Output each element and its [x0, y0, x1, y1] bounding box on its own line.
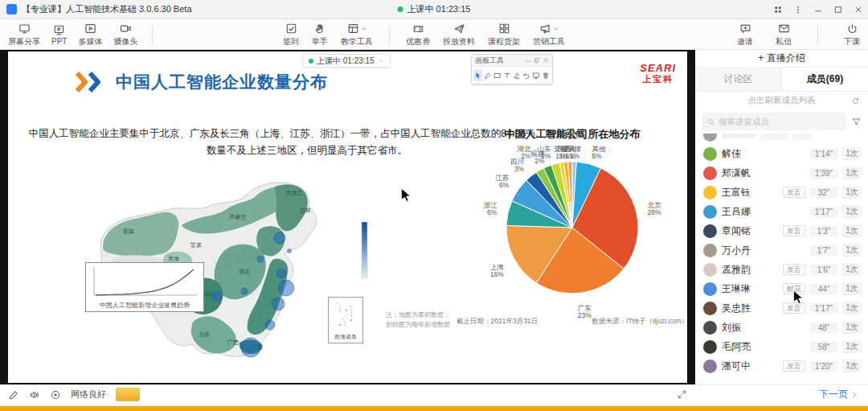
member-row[interactable]: 王琳琳献花44"1次	[695, 279, 868, 298]
palette-popout-icon[interactable]	[534, 57, 540, 64]
map-note-line1: 注：地图为累积数据；	[386, 310, 450, 320]
toolbar-item-label: 举手	[312, 36, 328, 47]
trash-tool-icon[interactable]	[541, 69, 550, 81]
filter-icon[interactable]	[851, 117, 862, 127]
text-tool-icon[interactable]	[502, 69, 511, 81]
toolbar-item-ppt[interactable]: PPT	[51, 23, 67, 46]
fullscreen-icon[interactable]	[677, 389, 687, 400]
toolbar-item-coupon[interactable]: 优惠券	[406, 23, 430, 47]
member-badge: 发言	[783, 264, 805, 275]
toolbar-item-camera[interactable]: 摄像头	[113, 23, 137, 47]
toolbar-item-media[interactable]: 多媒体	[78, 23, 102, 47]
live-dot-icon	[309, 59, 313, 64]
class-timer-pill[interactable]: 上课中 01:23:15	[302, 54, 391, 68]
annotate-icon[interactable]	[8, 389, 19, 401]
live-intro-button[interactable]: + 直播介绍	[695, 50, 868, 68]
window-controls	[768, 0, 868, 18]
bottom-bar: 网络良好 下一页	[0, 384, 868, 404]
maximize-icon[interactable]	[828, 0, 848, 18]
palette-minimize-icon[interactable]	[525, 57, 531, 64]
trend-inset-chart: 中国人工智能新增企业发展趋势	[85, 262, 204, 312]
member-row[interactable]: 解佳发言1'14"1次	[695, 144, 868, 163]
toolbar-item-private-message[interactable]: 私信	[776, 23, 792, 47]
titlebar: 【专业课】人工智能技术基础 3.0.6.30 Beta 上课中 01:23:15	[0, 0, 868, 19]
record-icon[interactable]	[50, 389, 61, 401]
member-row[interactable]: 潘可中发言1'20"1次	[695, 356, 868, 376]
chevron-down-icon	[553, 26, 559, 32]
toolbar-item-teaching-tools[interactable]: 教学工具	[341, 23, 373, 47]
member-name: 王吕娜	[722, 205, 778, 219]
toolbar-item-invite[interactable]: 邀请	[737, 23, 753, 47]
screen-tool-icon[interactable]	[531, 69, 540, 81]
refresh-members-row[interactable]: 点击刷新成员列表	[695, 92, 868, 109]
member-talk-time: 1'7"	[810, 245, 837, 256]
member-row[interactable]: 万小丹发言1'7"1次	[695, 240, 868, 260]
toolbar-item-course-shelf[interactable]: 课程货架	[488, 23, 520, 47]
member-row[interactable]: 郑潇帆发言1'39"1次	[695, 163, 868, 183]
stage: 上课中 01:23:15 画板工具 SEARI 上宝科	[0, 50, 868, 384]
member-row[interactable]: 毛阿亮发言58"1次	[695, 337, 868, 356]
more-menu-icon[interactable]	[788, 0, 808, 18]
member-row[interactable]: 刘振发言48"1次	[695, 318, 868, 337]
south-sea-inset: 南海诸岛	[328, 297, 363, 343]
next-page-button[interactable]: 下一页	[819, 388, 858, 401]
volume-icon[interactable]	[29, 389, 40, 401]
chevrons-icon	[76, 72, 108, 92]
avatar	[703, 321, 717, 335]
member-name: 孟雅韵	[722, 263, 778, 277]
toolbar-item-label: 投放资料	[443, 36, 475, 47]
member-row[interactable]: 王富钰发言32"1次	[695, 183, 868, 202]
member-talk-time: 1'3"	[810, 226, 837, 236]
member-talk-time: 1'17"	[810, 303, 837, 314]
minimize-icon[interactable]	[808, 0, 828, 18]
member-row[interactable]: 吴忠胜发言1'17"1次	[695, 298, 868, 318]
member-name: 王富钰	[722, 186, 778, 199]
member-name: 章闻铭	[722, 224, 778, 238]
refresh-icon[interactable]	[851, 97, 860, 105]
avatar	[703, 166, 717, 180]
member-row[interactable]: 章闻铭发言1'3"1次	[695, 221, 868, 240]
toolbar-item-materials[interactable]: 投放资料	[443, 23, 475, 47]
member-badge: 发言	[783, 187, 805, 198]
cursor-tool-icon[interactable]	[473, 69, 482, 81]
search-icon	[706, 117, 715, 126]
member-talk-time: 1'39"	[810, 168, 837, 179]
member-name: 刘振	[722, 321, 778, 335]
toolbar-item-label: 多媒体	[78, 36, 102, 47]
avatar	[703, 263, 717, 277]
palette-close-icon[interactable]	[542, 57, 549, 64]
toolbar-item-raise-hand[interactable]: 举手	[312, 23, 328, 47]
eraser-tool-icon[interactable]	[512, 69, 521, 81]
member-row[interactable]: 王吕娜发言1'17"1次	[695, 202, 868, 221]
apps-grid-icon[interactable]	[768, 0, 788, 18]
map-label: 新疆	[123, 228, 134, 235]
tab-discussion[interactable]: 讨论区	[695, 68, 782, 91]
toolbar-item-check-in[interactable]: 签到	[283, 23, 299, 47]
pen-tool-icon[interactable]	[483, 69, 492, 81]
private-message-icon	[778, 23, 790, 35]
member-count	[792, 134, 812, 140]
toolbar-item-label: 课程货架	[488, 36, 520, 47]
toolbar-item-label: 签到	[283, 36, 299, 47]
app-icon	[6, 4, 17, 14]
member-row-partial[interactable]	[695, 134, 868, 144]
toolbar-item-end-class[interactable]: 下课	[844, 23, 860, 47]
toolbar-item-screen-share[interactable]: 屏幕分享	[8, 23, 40, 47]
close-icon[interactable]	[848, 0, 868, 18]
window-title: 【专业课】人工智能技术基础 3.0.6.30 Beta	[22, 3, 192, 15]
camera-icon	[120, 23, 132, 35]
rectangle-tool-icon[interactable]	[493, 69, 502, 81]
tab-members[interactable]: 成员(69)	[782, 68, 868, 91]
undo-tool-icon[interactable]	[522, 69, 530, 81]
search-box[interactable]	[702, 113, 846, 130]
palette-titlebar[interactable]: 画板工具	[472, 55, 552, 67]
member-name	[722, 134, 755, 138]
slide-thumbnail[interactable]	[116, 388, 140, 401]
member-count: 1次	[842, 166, 862, 179]
search-input[interactable]	[719, 117, 841, 126]
sidebar: + 直播介绍 讨论区 成员(69) 点击刷新成员列表 解佳发言1'14"1次郑潇…	[695, 50, 868, 384]
pie-label: 上海16%	[490, 263, 505, 278]
toolbar-item-marketing-tools[interactable]: 营销工具	[533, 23, 565, 47]
marketing-tools-icon	[539, 23, 559, 35]
member-row[interactable]: 孟雅韵发言1'6"1次	[695, 260, 868, 279]
